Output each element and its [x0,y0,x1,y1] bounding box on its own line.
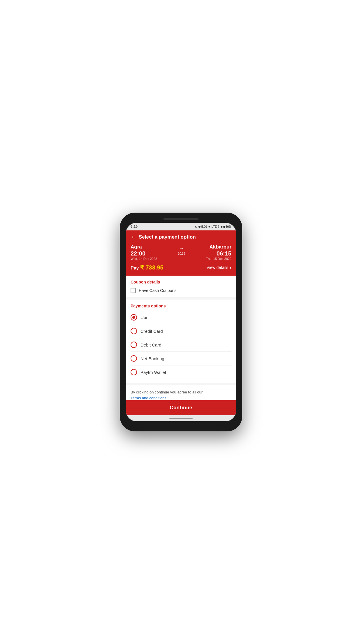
payment-label-upi: Upi [140,315,147,320]
journey-middle: → 10:15 [178,244,185,255]
radio-upi[interactable] [131,314,137,321]
radio-upi-fill [132,316,135,319]
journey-duration: 10:15 [178,252,185,255]
home-bar [169,418,193,419]
journey-destination: Akbarpur 06:15 Thu, 15 Dec 2022 [206,244,231,260]
origin-city: Agra [131,244,157,250]
status-time: 6:19 [131,225,138,229]
arrive-date: Thu, 15 Dec 2022 [206,257,231,260]
coupon-label: Have Cash Coupons [139,288,176,293]
journey-info: Agra 22:00 Wed, 14 Dec 2022 → 10:15 Akba… [131,244,231,260]
radio-debit-card[interactable] [131,342,137,348]
terms-section: By clicking on continue you agree to all… [126,385,236,400]
payment-option-net-banking[interactable]: Net Banking [131,352,231,365]
depart-date: Wed, 14 Dec 2022 [131,257,157,260]
payment-option-upi[interactable]: Upi [131,311,231,324]
phone-device: 6:19 ⊙ ⊕ 5.00 ▼ LTE 2 ◀◀ 60% ← Select a … [120,213,242,431]
status-right: ⊙ ⊕ 5.00 ▼ LTE 2 ◀◀ 60% [195,225,231,228]
coupon-row[interactable]: Have Cash Coupons [131,288,231,293]
coupon-section: Coupon details Have Cash Coupons [126,276,236,297]
arrive-time: 06:15 [217,250,231,257]
radio-paytm-wallet[interactable] [131,369,137,375]
home-indicator [126,415,236,421]
pay-amount: ₹ 733.95 [140,264,164,271]
arrow-icon: → [179,245,184,251]
battery-percent: 60% [226,225,231,228]
coupon-checkbox[interactable] [131,288,136,293]
pay-info: Pay ₹ 733.95 [131,264,164,271]
payment-option-debit-card[interactable]: Debit Card [131,338,231,352]
payment-section-title: Payments options [131,304,231,308]
continue-button[interactable]: Continue [126,400,236,415]
main-content: Coupon details Have Cash Coupons Payment… [126,276,236,400]
pay-label: Pay [131,265,139,270]
dest-city: Akbarpur [209,244,231,250]
back-button[interactable]: ← [131,234,136,240]
status-icons-text: ⊙ ⊕ 5.00 ▼ LTE 2 ◀◀ [195,225,225,228]
payment-option-credit-card[interactable]: Credit Card [131,324,231,338]
pay-row: Pay ₹ 733.95 View details ▾ [131,264,231,271]
view-details-label: View details [207,265,228,270]
page-title: Select a payment option [139,234,196,240]
radio-net-banking[interactable] [131,355,137,362]
page-header: ← Select a payment option Agra 22:00 Wed… [126,230,236,276]
depart-time: 22:00 [131,250,157,257]
payment-option-paytm-wallet[interactable]: Paytm Wallet [131,365,231,379]
payment-options-section: Payments options Upi Credit Card Debit C… [126,300,236,383]
payment-label-credit-card: Credit Card [140,329,163,334]
payment-label-debit-card: Debit Card [140,342,161,347]
header-nav: ← Select a payment option [131,234,231,240]
terms-link[interactable]: Terms and conditions [131,396,166,400]
terms-pre-text: By clicking on continue you agree to all… [131,390,203,394]
coupon-section-title: Coupon details [131,280,231,284]
view-details-button[interactable]: View details ▾ [207,265,231,270]
phone-screen: 6:19 ⊙ ⊕ 5.00 ▼ LTE 2 ◀◀ 60% ← Select a … [126,223,236,421]
payment-label-paytm-wallet: Paytm Wallet [140,370,166,375]
radio-credit-card[interactable] [131,328,137,334]
payment-label-net-banking: Net Banking [140,356,164,361]
chevron-down-icon: ▾ [229,265,231,270]
status-bar: 6:19 ⊙ ⊕ 5.00 ▼ LTE 2 ◀◀ 60% [126,223,236,230]
journey-origin: Agra 22:00 Wed, 14 Dec 2022 [131,244,157,260]
